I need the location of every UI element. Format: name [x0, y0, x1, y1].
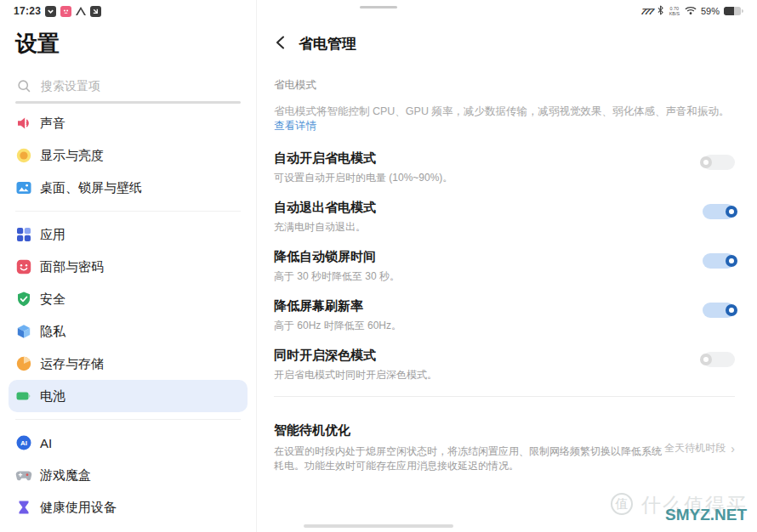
menu-divider: [15, 419, 241, 420]
toggle-subtitle: 开启省电模式时同时开启深色模式。: [274, 368, 437, 382]
toggle-row-auto-exit: 自动退出省电模式 充满电时自动退出。: [274, 199, 735, 234]
sidebar-item-game-box[interactable]: 游戏魔盒: [9, 459, 248, 491]
speaker-icon: [15, 115, 32, 132]
settings-menu: 声音 显示与亮度 桌面、锁屏与壁纸 应用 面部与密码: [15, 107, 241, 524]
sidebar-item-label: 显示与亮度: [40, 148, 104, 164]
search-underline: [15, 101, 241, 104]
sidebar-item-storage[interactable]: 运存与存储: [9, 348, 248, 380]
chevron-right-icon: ›: [731, 442, 735, 456]
standby-title: 智能待机优化: [274, 422, 664, 439]
search-input[interactable]: [41, 79, 219, 93]
lower-screen-timeout-toggle[interactable]: [703, 253, 735, 269]
standby-description: 在设置的时段内处于熄屏空闲状态时，将冻结闲置应用、限制网络频繁切换以降低系统耗电…: [274, 444, 664, 473]
sidebar-item-device-health[interactable]: 健康使用设备: [9, 491, 248, 524]
sidebar-item-apps[interactable]: 应用: [9, 218, 248, 251]
toggle-subtitle: 高于 60Hz 时降低至 60Hz。: [274, 319, 401, 332]
wallpaper-icon: [15, 179, 32, 196]
settings-sidebar: 设置 声音 显示与亮度 桌面、锁屏与壁纸: [0, 0, 257, 532]
detail-title: 省电管理: [299, 34, 356, 54]
toggle-title: 自动退出省电模式: [274, 199, 376, 216]
toggle-title: 自动开启省电模式: [274, 150, 452, 167]
face-password-icon: [15, 258, 32, 275]
ai-icon: AI: [15, 434, 32, 451]
sidebar-item-sound[interactable]: 声音: [9, 107, 248, 139]
toggle-title: 降低自动锁屏时间: [274, 248, 400, 265]
gamepad-icon: [15, 467, 32, 484]
sidebar-item-label: 电池: [40, 388, 65, 405]
security-shield-icon: [15, 291, 32, 308]
sidebar-item-ai[interactable]: AI AI: [9, 427, 248, 459]
toggle-title: 降低屏幕刷新率: [274, 297, 401, 314]
sidebar-item-label: 声音: [40, 116, 65, 132]
toggle-row-lower-screen-timeout: 降低自动锁屏时间 高于 30 秒时降低至 30 秒。: [274, 248, 735, 283]
power-management-panel: 省电管理 省电模式 省电模式将智能控制 CPU、GPU 频率，减少数据传输，减弱…: [257, 0, 757, 532]
sidebar-item-label: 运存与存储: [40, 356, 104, 372]
standby-period-value: 全天待机时段: [664, 441, 726, 456]
dark-mode-toggle[interactable]: [703, 352, 735, 367]
section-label: 省电模式: [274, 78, 735, 93]
storage-pie-icon: [15, 355, 32, 372]
sidebar-item-label: 健康使用设备: [40, 500, 117, 516]
auto-enable-toggle[interactable]: [703, 155, 735, 170]
standby-period-control[interactable]: 全天待机时段 ›: [664, 441, 735, 456]
sidebar-item-face-password[interactable]: 面部与密码: [9, 251, 248, 283]
svg-text:AI: AI: [20, 439, 27, 447]
sidebar-item-privacy[interactable]: 隐私: [9, 315, 248, 348]
search-field[interactable]: [15, 77, 241, 94]
sidebar-item-label: 安全: [40, 291, 65, 308]
toggle-subtitle: 高于 30 秒时降低至 30 秒。: [274, 269, 400, 283]
lower-refresh-rate-toggle[interactable]: [703, 303, 735, 318]
display-brightness-icon: [15, 147, 32, 164]
section-description: 省电模式将智能控制 CPU、GPU 频率，减少数据传输，减弱视觉效果、弱化体感、…: [274, 105, 735, 133]
page-title: 设置: [15, 29, 241, 59]
standby-optimization-row[interactable]: 智能待机优化 在设置的时段内处于熄屏空闲状态时，将冻结闲置应用、限制网络频繁切换…: [274, 422, 735, 473]
sidebar-item-battery[interactable]: 电池: [9, 380, 248, 412]
section-divider: [274, 396, 735, 397]
battery-icon: [15, 388, 32, 405]
detail-header: 省电管理: [274, 34, 735, 54]
auto-exit-toggle[interactable]: [703, 204, 735, 219]
hourglass-icon: [15, 499, 32, 516]
back-chevron-icon[interactable]: [274, 35, 287, 54]
home-indicator-bar[interactable]: [304, 524, 453, 528]
toggle-row-auto-enable: 自动开启省电模式 可设置自动开启时的电量 (10%~90%)。: [274, 150, 735, 184]
toggle-list: 自动开启省电模式 可设置自动开启时的电量 (10%~90%)。 自动退出省电模式…: [274, 150, 735, 382]
toggle-subtitle: 可设置自动开启时的电量 (10%~90%)。: [274, 171, 452, 184]
sidebar-item-wallpaper[interactable]: 桌面、锁屏与壁纸: [9, 172, 248, 204]
search-icon: [15, 77, 32, 94]
sidebar-item-label: 桌面、锁屏与壁纸: [40, 180, 142, 196]
sidebar-item-label: 应用: [40, 227, 65, 243]
sidebar-item-label: 面部与密码: [40, 259, 104, 275]
sidebar-item-label: 隐私: [40, 324, 65, 340]
toggle-row-lower-refresh-rate: 降低屏幕刷新率 高于 60Hz 时降低至 60Hz。: [274, 297, 735, 332]
toggle-subtitle: 充满电时自动退出。: [274, 220, 376, 234]
sidebar-item-security[interactable]: 安全: [9, 283, 248, 315]
toggle-row-dark-mode: 同时开启深色模式 开启省电模式时同时开启深色模式。: [274, 347, 735, 382]
menu-divider: [15, 211, 241, 212]
privacy-cube-icon: [15, 323, 32, 340]
sidebar-item-display[interactable]: 显示与亮度: [9, 139, 248, 172]
toggle-title: 同时开启深色模式: [274, 347, 437, 364]
sidebar-item-label: AI: [40, 436, 52, 450]
sidebar-item-label: 游戏魔盒: [40, 467, 91, 484]
apps-icon: [15, 226, 32, 243]
view-details-link[interactable]: 查看详情: [274, 120, 316, 132]
